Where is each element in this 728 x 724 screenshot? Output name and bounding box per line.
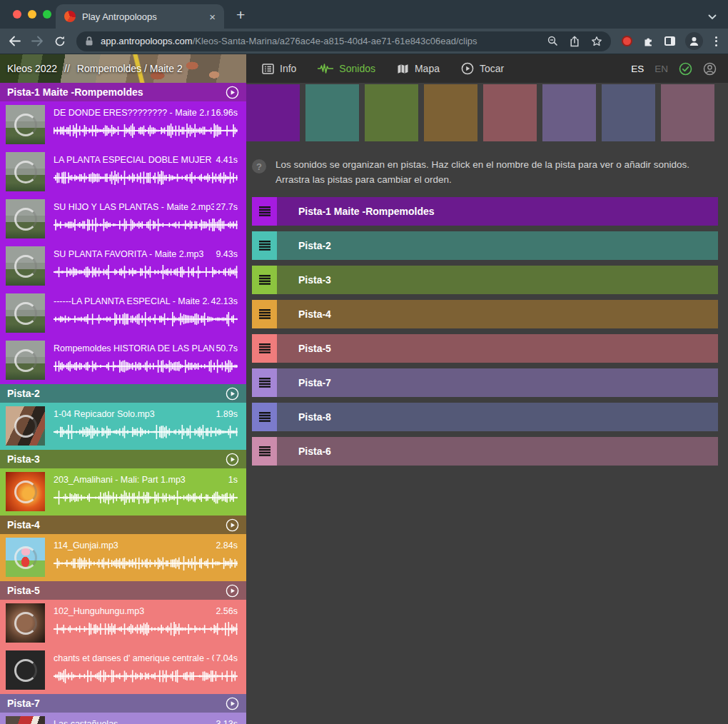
track-color-swatch[interactable] xyxy=(542,84,596,141)
track-row-bar[interactable]: Pista-2 xyxy=(277,231,718,260)
track-row[interactable]: Pista-6 xyxy=(252,437,718,466)
track-color-swatch[interactable] xyxy=(305,84,359,141)
track-row[interactable]: Pista-5 xyxy=(252,334,718,363)
track-name: Pista-5 xyxy=(7,585,226,596)
track-row-bar[interactable]: Pista-7 xyxy=(277,368,718,397)
track-play-button[interactable] xyxy=(226,584,239,598)
side-panel-icon[interactable] xyxy=(664,36,675,46)
track-color-swatch[interactable] xyxy=(424,84,477,141)
track-drag-handle[interactable] xyxy=(252,300,277,328)
bookmark-star-icon[interactable] xyxy=(591,36,602,47)
track-drag-handle[interactable] xyxy=(252,368,277,397)
account-icon[interactable] xyxy=(703,62,717,76)
clip-waveform xyxy=(54,621,238,637)
clip-waveform xyxy=(54,555,238,571)
clip-item[interactable]: Las castañuelas 3.13s xyxy=(0,713,246,724)
clip-item[interactable]: 102_Hunguhungu.mp3 2.56s xyxy=(0,600,246,647)
track-color-swatch[interactable] xyxy=(661,84,714,141)
close-window-button[interactable] xyxy=(13,10,21,19)
track-row-bar[interactable]: Pista-1 Maite -Rompemoldes xyxy=(277,197,718,226)
track-color-swatch[interactable] xyxy=(602,84,655,141)
tab-mapa[interactable]: Mapa xyxy=(397,63,440,74)
track-row-label: Pista-3 xyxy=(298,274,331,286)
clip-item[interactable]: SU PLANTA FAVORITA - Maite 2.mp3 9.43s xyxy=(0,243,246,290)
profile-avatar[interactable] xyxy=(685,32,703,50)
clip-item[interactable]: 114_Gunjai.mp3 2.84s xyxy=(0,534,246,581)
track-row-bar[interactable]: Pista-6 xyxy=(277,437,718,466)
track-play-button[interactable] xyxy=(226,86,239,99)
track-drag-handle[interactable] xyxy=(252,437,277,466)
track-drag-handle[interactable] xyxy=(252,334,277,363)
clip-item[interactable]: 203_Amalihani - Mali: Part 1.mp3 1s xyxy=(0,468,246,516)
breadcrumb-remix[interactable]: Rompemoldes / Maite 2 xyxy=(77,63,183,74)
clip-item[interactable]: ------LA PLANNTA ESPECIAL - Maite 2.mp3 … xyxy=(0,290,246,337)
url-text[interactable]: app.antropoloops.com/Kleos-Santa-Marina/… xyxy=(101,36,540,46)
clip-item[interactable]: DE DONDE ERES???????? - Maite 2.mp3 16.9… xyxy=(0,101,246,149)
track-section: Pista-7 Las castañuelas 3.13s xyxy=(0,694,246,724)
track-color-swatch[interactable] xyxy=(365,84,418,141)
clip-item[interactable]: 1-04 Repicador Solo.mp3 1.89s xyxy=(0,403,246,450)
track-play-button[interactable] xyxy=(226,453,239,466)
back-button[interactable] xyxy=(9,36,21,46)
track-header[interactable]: Pista-3 xyxy=(0,450,246,468)
tab-search-chevron-icon[interactable] xyxy=(708,14,717,20)
track-row[interactable]: Pista-2 xyxy=(252,231,718,260)
clip-thumbnail xyxy=(6,246,45,286)
address-bar[interactable]: app.antropoloops.com/Kleos-Santa-Marina/… xyxy=(76,31,611,51)
share-icon[interactable] xyxy=(570,36,580,47)
track-row[interactable]: Pista-1 Maite -Rompemoldes xyxy=(252,197,718,226)
lang-es-button[interactable]: ES xyxy=(631,64,644,74)
track-play-button[interactable] xyxy=(226,697,239,710)
window-controls[interactable] xyxy=(13,10,51,19)
clip-title: 1-04 Repicador Solo.mp3 xyxy=(54,409,155,419)
zoom-icon[interactable] xyxy=(547,36,558,46)
breadcrumb[interactable]: Kleos 2022 // Rompemoldes / Maite 2 xyxy=(0,54,246,83)
maximize-window-button[interactable] xyxy=(43,10,51,19)
track-color-swatch[interactable] xyxy=(246,84,300,141)
track-row[interactable]: Pista-8 xyxy=(252,403,718,431)
reload-button[interactable] xyxy=(54,36,66,47)
track-row-bar[interactable]: Pista-4 xyxy=(277,300,718,328)
track-drag-handle[interactable] xyxy=(252,403,277,431)
tab-sonidos[interactable]: Sonidos xyxy=(318,63,375,74)
browser-tab[interactable]: Play Antropoloops × xyxy=(56,4,224,29)
recording-extension-icon[interactable] xyxy=(622,36,632,46)
clip-duration: 50.7s xyxy=(216,343,238,353)
tab-tocar[interactable]: Tocar xyxy=(461,62,504,75)
clip-item[interactable]: chants et danses d' amerique centrale - … xyxy=(0,647,246,694)
lock-icon[interactable] xyxy=(85,36,93,46)
clip-item[interactable]: SU HIJO Y LAS PLANTAS - Maite 2.mp3 27.7… xyxy=(0,196,246,243)
track-drag-handle[interactable] xyxy=(252,197,277,226)
track-row-bar[interactable]: Pista-3 xyxy=(277,266,718,294)
breadcrumb-project[interactable]: Kleos 2022 xyxy=(7,63,57,74)
track-drag-handle[interactable] xyxy=(252,231,277,260)
forward-button[interactable] xyxy=(31,36,44,46)
tab-close-icon[interactable]: × xyxy=(209,11,216,23)
clip-item[interactable]: LA PLANTA ESPECIAL DOBLE MUJER - Mai... … xyxy=(0,149,246,196)
lang-en-button[interactable]: EN xyxy=(654,64,668,74)
track-drag-handle[interactable] xyxy=(252,266,277,294)
track-row[interactable]: Pista-4 xyxy=(252,300,718,328)
tab-info[interactable]: Info xyxy=(262,63,296,74)
track-header[interactable]: Pista-4 xyxy=(0,516,246,534)
track-header[interactable]: Pista-5 xyxy=(0,581,246,600)
breadcrumb-separator: // xyxy=(64,63,70,74)
track-header[interactable]: Pista-1 Maite -Rompemoldes xyxy=(0,83,246,101)
track-row-bar[interactable]: Pista-8 xyxy=(277,403,718,431)
url-domain: app.antropoloops.com xyxy=(101,36,193,46)
track-header[interactable]: Pista-7 xyxy=(0,694,246,713)
track-row[interactable]: Pista-3 xyxy=(252,266,718,294)
browser-menu-icon[interactable] xyxy=(713,36,719,46)
track-row[interactable]: Pista-7 xyxy=(252,368,718,397)
track-color-swatch[interactable] xyxy=(483,84,537,141)
clip-duration: 4.41s xyxy=(216,155,238,165)
track-row-bar[interactable]: Pista-5 xyxy=(277,334,718,363)
clip-item[interactable]: Rompemoldes HISTORIA DE LAS PLANTAS... 5… xyxy=(0,337,246,384)
track-header[interactable]: Pista-2 xyxy=(0,384,246,403)
track-rows: Pista-1 Maite -Rompemoldes Pista-2 Pista… xyxy=(252,197,718,466)
new-tab-button[interactable]: + xyxy=(236,6,245,24)
track-play-button[interactable] xyxy=(226,518,239,532)
minimize-window-button[interactable] xyxy=(28,10,36,19)
track-play-button[interactable] xyxy=(226,387,239,401)
extensions-puzzle-icon[interactable] xyxy=(642,35,654,47)
